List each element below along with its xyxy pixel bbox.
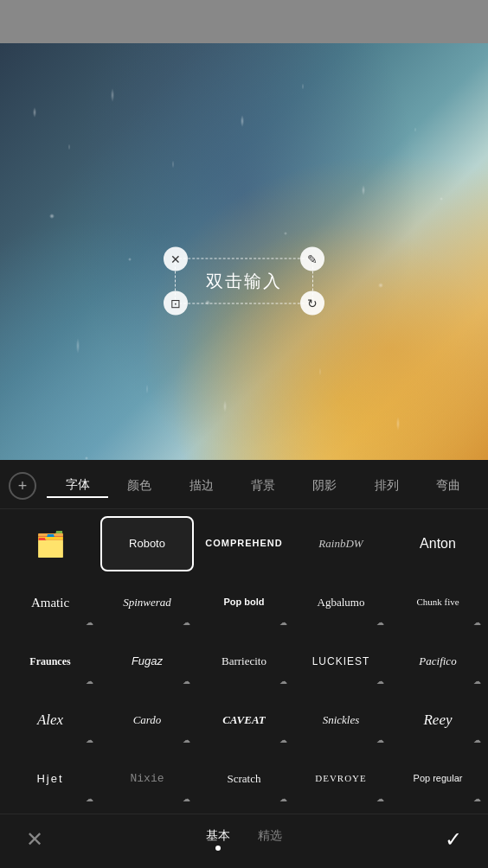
font-label-comprehend: COMPREHEND	[205, 538, 282, 549]
font-item-caveat[interactable]: CAVEAT ☁	[197, 692, 291, 748]
font-item-folder[interactable]: 🗂️	[3, 516, 97, 571]
download-icon-scratch: ☁	[279, 795, 287, 803]
rotate-icon: ↻	[307, 297, 318, 310]
font-label-amatic: Amatic	[31, 595, 69, 610]
handle-edit[interactable]: ✎	[300, 247, 324, 271]
download-icon-pacifico: ☁	[473, 677, 481, 686]
font-label-barriecito: Barriecito	[222, 654, 266, 668]
tab-premium[interactable]: 精选	[244, 825, 296, 854]
tab-curve[interactable]: 弯曲	[418, 475, 479, 497]
font-item-nixie[interactable]: Nixie ☁	[100, 751, 194, 807]
download-icon-nixie: ☁	[183, 795, 190, 803]
tab-shadow[interactable]: 阴影	[294, 475, 356, 497]
handle-close[interactable]: ✕	[164, 247, 188, 271]
font-item-fugaz[interactable]: Fugaz ☁	[100, 634, 194, 689]
font-item-spinwerad[interactable]: Spinwerad ☁	[100, 575, 194, 630]
font-label-snickles: Snickles	[323, 713, 360, 727]
bottom-navigation: ✕ 基本 精选 ✓	[0, 814, 488, 868]
font-label-anton: Anton	[420, 535, 456, 552]
font-item-snickles[interactable]: Snickles ☁	[294, 692, 388, 748]
tab-color[interactable]: 颜色	[108, 475, 170, 497]
close-icon: ✕	[170, 252, 181, 266]
tab-bar: + 字体 颜色 描边 背景 阴影 排列 弯曲	[0, 460, 488, 509]
font-label-popbold: Pop bold	[223, 597, 264, 608]
download-icon-fugaz: ☁	[183, 677, 190, 686]
download-icon-snickles: ☁	[376, 736, 384, 744]
font-item-scratch[interactable]: Scratch ☁	[197, 751, 291, 807]
font-item-luckiest[interactable]: LUCKIEST ☁	[294, 634, 388, 689]
handle-rotate[interactable]: ↻	[300, 291, 324, 316]
close-icon: ✕	[26, 827, 43, 851]
download-icon-reey: ☁	[473, 736, 481, 744]
download-icon-popbold: ☁	[279, 618, 287, 627]
checkmark-icon: ✓	[445, 827, 462, 851]
font-item-barriecito[interactable]: Barriecito ☁	[197, 634, 291, 689]
font-item-hjet[interactable]: Hjet ☁	[3, 751, 97, 807]
font-item-alex[interactable]: Alex ☁	[3, 692, 97, 748]
font-item-reey[interactable]: Reey ☁	[391, 692, 485, 748]
font-item-chunkfive[interactable]: Chunk five ☁	[391, 575, 485, 630]
bottom-nav-tabs: 基本 精选	[192, 825, 296, 854]
text-box-content: 双击输入	[193, 270, 295, 293]
font-label-hjet: Hjet	[36, 772, 63, 786]
font-item-popbold[interactable]: Pop bold ☁	[197, 575, 291, 630]
font-label-devroye: DEVROYE	[315, 773, 367, 784]
font-item-anton[interactable]: Anton	[391, 516, 485, 571]
font-label-fraunces: Fraunces	[29, 655, 70, 667]
font-label-rainbow: RainbDW	[318, 537, 363, 551]
tab-font[interactable]: 字体	[47, 474, 108, 498]
download-icon-agbalumo: ☁	[376, 618, 384, 627]
font-item-amatic[interactable]: Amatic ☁	[3, 575, 97, 630]
font-grid: 🗂️ Roboto COMPREHEND RainbDW Anton Amati…	[0, 509, 488, 814]
tab-background[interactable]: 背景	[232, 475, 293, 497]
font-item-comprehend[interactable]: COMPREHEND	[197, 516, 291, 571]
font-label-pacifico: Pacifico	[419, 654, 456, 668]
handle-copy[interactable]: ⊡	[164, 291, 188, 316]
font-item-pacifico[interactable]: Pacifico ☁	[391, 634, 485, 689]
download-icon-popregular: ☁	[473, 795, 481, 803]
text-overlay-container[interactable]: ✕ ✎ ⊡ ↻ 双击输入	[175, 258, 313, 304]
folder-icon: 🗂️	[35, 530, 66, 558]
font-item-popregular[interactable]: Pop regular ☁	[391, 751, 485, 807]
font-label-scratch: Scratch	[228, 772, 261, 786]
tab-arrange[interactable]: 排列	[356, 475, 417, 497]
confirm-button[interactable]: ✓	[445, 827, 462, 852]
font-item-fraunces[interactable]: Fraunces ☁	[3, 634, 97, 689]
download-icon-alex: ☁	[86, 736, 93, 744]
download-icon-hjet: ☁	[86, 795, 93, 803]
font-label-cardo: Cardo	[133, 713, 162, 727]
download-icon-luckiest: ☁	[376, 677, 384, 686]
font-label-spinwerad: Spinwerad	[123, 596, 171, 610]
download-icon-caveat: ☁	[279, 736, 287, 744]
download-icon-devroye: ☁	[376, 795, 384, 803]
download-icon-cardo: ☁	[183, 736, 190, 744]
download-icon-amatic: ☁	[86, 618, 93, 627]
font-label-agbalumo: Agbalumo	[318, 596, 365, 610]
tab-stroke[interactable]: 描边	[170, 475, 232, 497]
download-icon-fraunces: ☁	[86, 677, 93, 686]
close-button[interactable]: ✕	[26, 827, 43, 852]
font-label-caveat: CAVEAT	[222, 713, 266, 727]
font-item-rainbow[interactable]: RainbDW	[294, 516, 388, 571]
download-icon-barriecito: ☁	[279, 677, 287, 686]
font-label-nixie: Nixie	[130, 772, 164, 786]
font-item-cardo[interactable]: Cardo ☁	[100, 692, 194, 748]
font-label-chunkfive: Chunk five	[416, 597, 459, 608]
font-label-reey: Reey	[423, 712, 452, 729]
font-label-luckiest: LUCKIEST	[312, 655, 370, 667]
font-item-devroye[interactable]: DEVROYE ☁	[294, 751, 388, 807]
bottom-panel: + 字体 颜色 描边 背景 阴影 排列 弯曲 🗂️ Roboto	[0, 460, 488, 868]
top-bar	[0, 0, 488, 43]
font-item-agbalumo[interactable]: Agbalumo ☁	[294, 575, 388, 630]
add-tab-button[interactable]: +	[9, 472, 36, 500]
font-item-roboto[interactable]: Roboto	[100, 516, 194, 571]
tab-basic[interactable]: 基本	[192, 825, 244, 854]
text-box[interactable]: ✕ ✎ ⊡ ↻ 双击输入	[175, 258, 313, 304]
font-label-popregular: Pop regular	[414, 773, 463, 784]
edit-icon: ✎	[307, 252, 318, 266]
font-label-roboto: Roboto	[129, 537, 165, 551]
copy-icon: ⊡	[170, 297, 181, 310]
download-icon-spinwerad: ☁	[183, 618, 190, 627]
font-label-alex: Alex	[37, 712, 63, 729]
font-label-fugaz: Fugaz	[132, 654, 163, 668]
